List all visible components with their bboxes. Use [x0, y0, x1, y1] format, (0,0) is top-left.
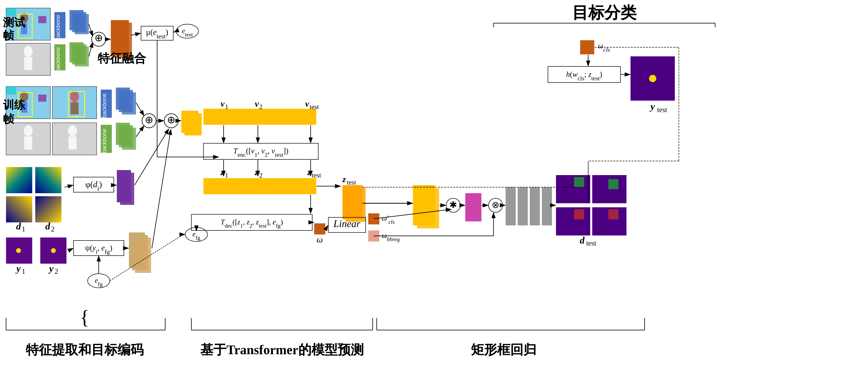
svg-text:矩形框回归: 矩形框回归 — [471, 343, 536, 357]
svg-text:帧: 帧 — [3, 113, 14, 125]
svg-rect-117 — [204, 109, 316, 125]
svg-rect-85 — [6, 196, 32, 222]
svg-rect-68 — [122, 92, 136, 114]
svg-rect-46 — [38, 95, 46, 102]
svg-rect-114 — [135, 238, 151, 273]
svg-text:2: 2 — [55, 267, 58, 275]
svg-text:y: y — [15, 263, 21, 274]
svg-text:帧: 帧 — [3, 29, 14, 42]
svg-rect-186 — [608, 179, 618, 189]
svg-rect-55 — [24, 136, 32, 149]
svg-text:1: 1 — [225, 103, 228, 110]
svg-rect-176 — [506, 187, 516, 225]
svg-text:backbone: backbone — [55, 15, 61, 39]
svg-rect-23 — [75, 46, 89, 66]
svg-rect-179 — [542, 187, 552, 225]
svg-rect-185 — [574, 177, 584, 187]
svg-rect-178 — [530, 187, 540, 225]
svg-text:{: { — [80, 306, 89, 328]
svg-text:v: v — [221, 99, 225, 109]
svg-rect-187 — [574, 209, 584, 219]
diagram-container: 测试 帧 backbone backbone ⊕ 特征融合 — [0, 0, 868, 384]
svg-rect-71 — [122, 128, 136, 150]
svg-rect-183 — [556, 207, 590, 236]
svg-point-10 — [24, 46, 33, 57]
svg-text:特征提取和目标编码: 特征提取和目标编码 — [26, 343, 144, 357]
svg-text:d: d — [580, 235, 585, 246]
svg-rect-59 — [68, 136, 76, 149]
svg-text:test: test — [586, 239, 596, 247]
svg-text:1: 1 — [22, 267, 25, 275]
svg-text:z: z — [254, 167, 258, 177]
svg-text:z: z — [342, 174, 346, 184]
svg-text:d: d — [16, 221, 21, 232]
svg-text:⊕: ⊕ — [94, 32, 103, 43]
svg-text:测试: 测试 — [3, 16, 25, 29]
svg-rect-7 — [38, 16, 46, 23]
svg-text:backbone: backbone — [101, 93, 107, 118]
svg-text:z: z — [307, 167, 311, 177]
svg-text:y: y — [48, 263, 54, 274]
svg-text:d: d — [45, 221, 50, 232]
svg-rect-84 — [35, 167, 61, 193]
svg-rect-188 — [608, 209, 618, 219]
svg-text:2: 2 — [259, 103, 263, 110]
svg-point-101 — [51, 248, 56, 253]
svg-rect-166 — [417, 188, 439, 229]
svg-rect-138 — [204, 178, 316, 194]
svg-text:1: 1 — [22, 225, 25, 233]
svg-text:特征融合: 特征融合 — [97, 52, 147, 65]
svg-text:目标分类: 目标分类 — [572, 4, 637, 22]
svg-point-198 — [649, 75, 656, 82]
svg-text:⊕: ⊕ — [145, 114, 153, 126]
svg-text:⊕: ⊕ — [167, 114, 176, 126]
svg-point-58 — [68, 125, 77, 136]
svg-text:✱: ✱ — [450, 200, 457, 210]
svg-text:backbone: backbone — [101, 129, 107, 153]
svg-point-49 — [70, 91, 79, 102]
main-diagram-svg: 测试 帧 backbone backbone ⊕ 特征融合 — [0, 0, 868, 384]
svg-text:v: v — [305, 99, 309, 109]
svg-rect-152 — [314, 223, 325, 235]
svg-rect-181 — [556, 175, 590, 203]
svg-rect-20 — [75, 14, 89, 34]
svg-text:y: y — [649, 101, 655, 112]
svg-rect-177 — [518, 187, 528, 225]
svg-point-99 — [16, 248, 21, 253]
svg-text:test: test — [310, 103, 319, 110]
svg-rect-6 — [6, 8, 16, 16]
svg-text:z: z — [220, 167, 224, 177]
svg-rect-45 — [6, 86, 16, 95]
svg-rect-50 — [70, 102, 79, 114]
svg-text:v: v — [255, 99, 259, 109]
svg-rect-83 — [6, 167, 32, 193]
svg-rect-143 — [345, 187, 366, 222]
svg-text:训练: 训练 — [3, 99, 25, 111]
svg-text:test: test — [347, 179, 356, 186]
svg-rect-80 — [185, 113, 202, 135]
svg-text:2: 2 — [259, 172, 263, 179]
svg-rect-11 — [24, 57, 32, 70]
svg-text:基于Transformer的模型预测: 基于Transformer的模型预测 — [200, 343, 364, 357]
svg-rect-192 — [580, 40, 594, 54]
svg-rect-86 — [35, 196, 61, 222]
svg-text:test: test — [657, 106, 667, 114]
svg-text:1: 1 — [225, 172, 228, 179]
svg-rect-171 — [465, 193, 482, 221]
svg-text:2: 2 — [51, 225, 55, 233]
svg-rect-95 — [120, 173, 134, 205]
svg-text:ω: ω — [316, 235, 323, 245]
svg-point-54 — [24, 125, 33, 136]
svg-text:Linear: Linear — [333, 218, 360, 229]
svg-text:test: test — [312, 172, 321, 179]
svg-text:backbone: backbone — [55, 47, 61, 71]
svg-text:⊗: ⊗ — [492, 200, 499, 210]
